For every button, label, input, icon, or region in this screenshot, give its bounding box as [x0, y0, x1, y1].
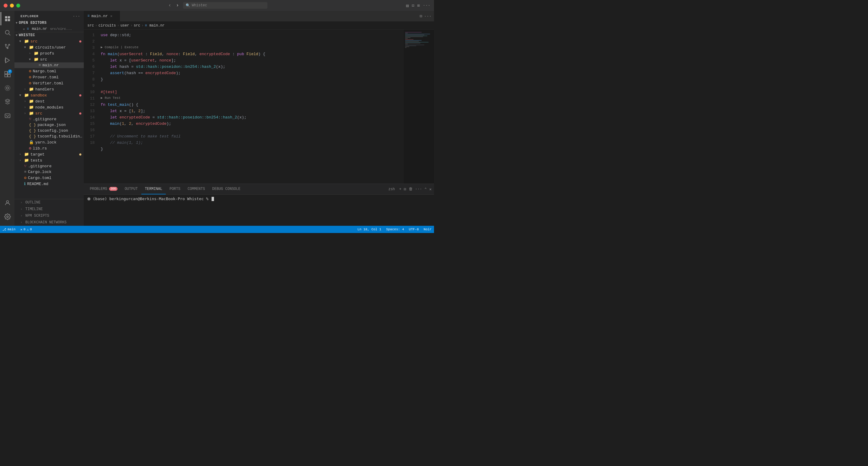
tree-tests[interactable]: › 📁 tests — [14, 157, 84, 163]
codelens-compile[interactable]: ▶ Compile | Execute — [101, 44, 404, 51]
more-tab-icon[interactable]: ··· — [424, 14, 432, 19]
tree-gitignore-sandbox[interactable]: ⑂ .gitignore — [14, 116, 84, 122]
tree-target[interactable]: › 📁 target — [14, 151, 84, 157]
tree-package-json[interactable]: { } package.json — [14, 122, 84, 128]
tab-close-button[interactable]: ✕ — [110, 13, 113, 19]
maximize-panel-icon[interactable]: ⌃ — [424, 187, 427, 192]
codelens-run-test[interactable]: ▶ Run Test — [101, 95, 404, 101]
tree-nargo-toml[interactable]: ⚙ Nargo.toml — [14, 68, 84, 74]
cursor-position-status[interactable]: Ln 18, Col 1 — [355, 227, 384, 231]
code-line-18 — [101, 152, 404, 159]
spaces-status[interactable]: Spaces: 4 — [384, 227, 406, 231]
sandbox-chevron: ▼ — [19, 94, 24, 97]
folder-icon: 📁 — [24, 152, 29, 157]
breadcrumb-main-nr[interactable]: main.nr — [150, 24, 164, 28]
breadcrumb-src2[interactable]: src — [134, 24, 141, 28]
tree-tsconfig-tsbuildinfo[interactable]: { } tsconfig.tsbuildinfo — [14, 133, 84, 139]
project-header[interactable]: ▼ WHISTEC — [14, 32, 84, 38]
cargo-toml-label: Cargo.toml — [28, 176, 84, 180]
terminal-tab[interactable]: TERMINAL — [141, 184, 166, 194]
explorer-activity-icon[interactable] — [1, 12, 14, 25]
tree-lib-rs[interactable]: ⚙ lib.rs — [14, 145, 84, 151]
encoding-status[interactable]: UTF-8 — [407, 227, 421, 231]
blockchain-activity-icon[interactable] — [1, 95, 14, 108]
more-icon[interactable]: ··· — [423, 3, 430, 8]
settings-activity-icon[interactable] — [1, 210, 14, 223]
accounts-activity-icon[interactable] — [1, 196, 14, 210]
tree-circuits-user[interactable]: ▼ 📁 circuits/user — [14, 44, 84, 50]
tree-cargo-toml[interactable]: ⚙ Cargo.toml — [14, 175, 84, 181]
close-panel-icon[interactable]: ✕ — [429, 187, 432, 192]
json-icon: { } — [29, 128, 36, 133]
svg-line-1 — [9, 34, 10, 35]
search-activity-icon[interactable] — [1, 26, 14, 39]
tree-sandbox[interactable]: ▼ 📁 sandbox — [14, 92, 84, 98]
problems-tab[interactable]: PROBLEMS 306 — [86, 184, 121, 194]
search-bar[interactable]: 🔍 Whistec — [183, 2, 268, 9]
split-editor-tab-icon[interactable]: ⊟ — [420, 13, 422, 19]
maximize-button[interactable] — [16, 4, 20, 7]
svg-point-3 — [9, 44, 10, 45]
tree-gitignore-root[interactable]: ⑂ .gitignore — [14, 163, 84, 169]
svg-rect-7 — [5, 71, 7, 74]
tree-src-root[interactable]: ▼ 📁 src — [14, 38, 84, 44]
npm-scripts-section[interactable]: › NPM SCRIPTS — [14, 213, 84, 219]
trash-icon[interactable]: 🗑 — [409, 187, 412, 191]
close-button[interactable] — [4, 4, 7, 7]
output-tab[interactable]: OUTPUT — [121, 184, 141, 194]
verifier-toml-label: Verifier.toml — [33, 81, 84, 86]
git-branch-status[interactable]: ⎇ main — [0, 227, 18, 231]
git-activity-icon[interactable] — [1, 82, 14, 95]
forward-arrow[interactable]: › — [174, 2, 181, 9]
cargo-lock-label: Cargo.lock — [28, 170, 84, 174]
tree-src-sandbox[interactable]: › 📁 src — [14, 110, 84, 116]
tree-main-nr[interactable]: ≡ main.nr — [14, 62, 84, 68]
panel-content[interactable]: (base) berkingurcan@Berkins-MacBook-Pro … — [84, 195, 434, 226]
ports-tab[interactable]: PORTS — [166, 184, 184, 194]
outline-section[interactable]: › OUTLINE — [14, 199, 84, 206]
split-editor-icon[interactable]: ⊞ — [417, 3, 420, 8]
layout-icon[interactable]: ⊡ — [412, 3, 414, 8]
comments-tab[interactable]: COMMENTS — [184, 184, 209, 194]
breadcrumb-src[interactable]: src — [87, 24, 94, 28]
tree-handlers[interactable]: › 📁 handlers — [14, 86, 84, 92]
new-file-icon[interactable]: ··· — [73, 14, 80, 19]
tree-tsconfig-json[interactable]: { } tsconfig.json — [14, 128, 84, 133]
tree-proofs[interactable]: › 📁 proofs — [14, 50, 84, 56]
project-chevron: ▼ — [16, 34, 18, 37]
more-panel-icon[interactable]: ··· — [415, 187, 422, 191]
tree-readme-md[interactable]: ℹ README.md — [14, 181, 84, 187]
extensions-activity-icon[interactable]: 2 — [1, 67, 14, 81]
target-badge — [79, 153, 82, 156]
open-editor-item-main[interactable]: ✕ ≡ main.nr src/circ... — [14, 26, 84, 32]
run-debug-activity-icon[interactable] — [1, 54, 14, 67]
close-icon[interactable]: ✕ — [23, 27, 25, 31]
tree-prover-toml[interactable]: ⚙ Prover.toml — [14, 74, 84, 80]
tree-verifier-toml[interactable]: ⚙ Verifier.toml — [14, 80, 84, 86]
timeline-section[interactable]: › TIMELINE — [14, 206, 84, 213]
code-line-15: // Uncomment to make test fail — [101, 133, 404, 139]
source-control-activity-icon[interactable] — [1, 40, 14, 53]
sidebar-actions: ··· — [73, 14, 80, 19]
open-editors-header[interactable]: ▼ OPEN EDITORS — [14, 20, 84, 26]
tree-dest[interactable]: › 📁 dest — [14, 98, 84, 104]
new-terminal-icon[interactable]: + — [399, 187, 401, 191]
blockchain-networks-section[interactable]: › BLOCKCHAIN NETWORKS — [14, 219, 84, 226]
errors-status[interactable]: ✕ 0 ⚠ 0 — [18, 227, 34, 231]
main-nr-label: main.nr — [42, 63, 84, 67]
code-area[interactable]: use dep::std; ▶ Compile | Execute fn mai… — [98, 30, 404, 184]
tree-node-modules[interactable]: › 📁 node_modules — [14, 104, 84, 110]
back-arrow[interactable]: ‹ — [166, 2, 173, 9]
breadcrumb-user[interactable]: user — [121, 24, 129, 28]
debug-console-tab[interactable]: DEBUG CONSOLE — [209, 184, 244, 194]
main-nr-tab[interactable]: ≡ main.nr ✕ — [84, 11, 120, 22]
sidebar-toggle-icon[interactable]: ▤ — [406, 3, 408, 8]
minimize-button[interactable] — [10, 4, 14, 7]
remote-activity-icon[interactable] — [1, 109, 14, 122]
breadcrumb-circuits[interactable]: circuits — [98, 24, 116, 28]
tree-cargo-lock[interactable]: ≡ Cargo.lock — [14, 169, 84, 175]
tree-src-nested[interactable]: ▼ 📁 src — [14, 56, 84, 62]
split-terminal-icon[interactable]: ⊟ — [404, 187, 406, 192]
language-status[interactable]: Noir — [421, 227, 434, 231]
tree-yarn-lock[interactable]: 🔒 yarn.lock — [14, 139, 84, 145]
